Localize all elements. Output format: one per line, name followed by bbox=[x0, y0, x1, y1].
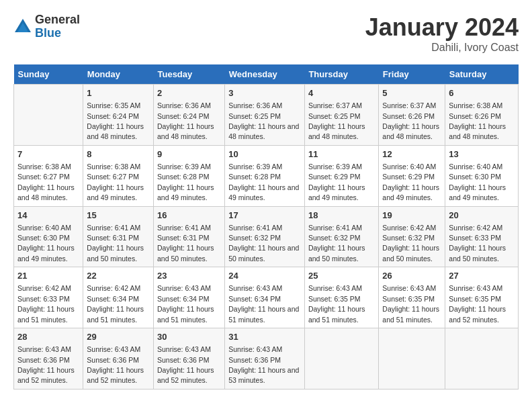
daylight-text: Daylight: 11 hours and 48 minutes. bbox=[382, 122, 439, 140]
logo-icon bbox=[13, 17, 32, 36]
week-row-1: 1Sunrise: 6:35 AMSunset: 6:24 PMDaylight… bbox=[14, 85, 519, 146]
sunrise-text: Sunrise: 6:37 AM bbox=[382, 101, 436, 109]
day-cell: 4Sunrise: 6:37 AMSunset: 6:25 PMDaylight… bbox=[304, 85, 378, 146]
day-cell: 24Sunrise: 6:43 AMSunset: 6:34 PMDayligh… bbox=[225, 267, 305, 328]
header-day-sunday: Sunday bbox=[14, 64, 83, 85]
day-cell: 19Sunrise: 6:42 AMSunset: 6:32 PMDayligh… bbox=[379, 206, 445, 267]
day-number: 6 bbox=[449, 87, 515, 99]
day-cell: 21Sunrise: 6:42 AMSunset: 6:33 PMDayligh… bbox=[14, 267, 83, 328]
day-number: 28 bbox=[17, 331, 79, 343]
daylight-text: Daylight: 11 hours and 49 minutes. bbox=[228, 183, 299, 201]
calendar-header: SundayMondayTuesdayWednesdayThursdayFrid… bbox=[14, 64, 519, 85]
sunset-text: Sunset: 6:32 PM bbox=[308, 234, 361, 242]
sunset-text: Sunset: 6:32 PM bbox=[382, 234, 435, 242]
sunset-text: Sunset: 6:26 PM bbox=[449, 112, 501, 120]
daylight-text: Daylight: 11 hours and 48 minutes. bbox=[87, 122, 144, 140]
title-block: January 2024 Dahili, Ivory Coast bbox=[365, 13, 519, 54]
sunset-text: Sunset: 6:30 PM bbox=[449, 173, 501, 181]
day-cell: 16Sunrise: 6:41 AMSunset: 6:31 PMDayligh… bbox=[153, 206, 224, 267]
week-row-2: 7Sunrise: 6:38 AMSunset: 6:27 PMDaylight… bbox=[14, 145, 519, 206]
daylight-text: Daylight: 11 hours and 48 minutes. bbox=[228, 122, 299, 140]
daylight-text: Daylight: 11 hours and 49 minutes. bbox=[449, 183, 506, 201]
day-number: 30 bbox=[157, 331, 221, 343]
sunrise-text: Sunrise: 6:43 AM bbox=[382, 284, 436, 292]
day-cell: 25Sunrise: 6:43 AMSunset: 6:35 PMDayligh… bbox=[304, 267, 378, 328]
day-cell: 22Sunrise: 6:42 AMSunset: 6:34 PMDayligh… bbox=[83, 267, 154, 328]
day-cell: 13Sunrise: 6:40 AMSunset: 6:30 PMDayligh… bbox=[445, 145, 519, 206]
day-number: 16 bbox=[157, 210, 221, 222]
day-cell: 9Sunrise: 6:39 AMSunset: 6:28 PMDaylight… bbox=[153, 145, 224, 206]
day-number: 11 bbox=[308, 148, 375, 161]
day-cell: 18Sunrise: 6:41 AMSunset: 6:32 PMDayligh… bbox=[304, 206, 378, 267]
day-number: 15 bbox=[87, 210, 150, 222]
day-number: 13 bbox=[449, 148, 515, 161]
sunrise-text: Sunrise: 6:41 AM bbox=[228, 224, 282, 232]
sunset-text: Sunset: 6:36 PM bbox=[17, 356, 70, 364]
daylight-text: Daylight: 11 hours and 50 minutes. bbox=[449, 244, 506, 262]
daylight-text: Daylight: 11 hours and 48 minutes. bbox=[17, 183, 75, 201]
day-number: 24 bbox=[228, 270, 301, 282]
header-day-monday: Monday bbox=[83, 64, 154, 85]
day-number: 25 bbox=[308, 270, 375, 282]
day-number: 4 bbox=[308, 87, 375, 99]
sunset-text: Sunset: 6:35 PM bbox=[382, 295, 435, 303]
day-cell: 14Sunrise: 6:40 AMSunset: 6:30 PMDayligh… bbox=[14, 206, 83, 267]
sunrise-text: Sunrise: 6:36 AM bbox=[157, 101, 211, 109]
day-number: 1 bbox=[87, 87, 150, 99]
sunrise-text: Sunrise: 6:35 AM bbox=[87, 101, 140, 109]
week-row-5: 28Sunrise: 6:43 AMSunset: 6:36 PMDayligh… bbox=[14, 328, 519, 390]
sunset-text: Sunset: 6:29 PM bbox=[308, 173, 361, 181]
sunrise-text: Sunrise: 6:38 AM bbox=[87, 163, 140, 171]
daylight-text: Daylight: 11 hours and 50 minutes. bbox=[382, 244, 439, 262]
daylight-text: Daylight: 11 hours and 51 minutes. bbox=[87, 305, 144, 323]
daylight-text: Daylight: 11 hours and 52 minutes. bbox=[157, 366, 214, 384]
sunrise-text: Sunrise: 6:40 AM bbox=[382, 163, 436, 171]
daylight-text: Daylight: 11 hours and 51 minutes. bbox=[382, 305, 439, 323]
sunset-text: Sunset: 6:28 PM bbox=[228, 173, 281, 181]
day-cell bbox=[14, 85, 83, 146]
day-number: 5 bbox=[382, 87, 441, 99]
sunset-text: Sunset: 6:33 PM bbox=[449, 234, 501, 242]
day-cell: 23Sunrise: 6:43 AMSunset: 6:34 PMDayligh… bbox=[153, 267, 224, 328]
day-number: 26 bbox=[382, 270, 441, 282]
calendar-body: 1Sunrise: 6:35 AMSunset: 6:24 PMDaylight… bbox=[14, 85, 519, 390]
day-number: 8 bbox=[87, 148, 150, 161]
daylight-text: Daylight: 11 hours and 49 minutes. bbox=[87, 183, 144, 201]
day-cell: 2Sunrise: 6:36 AMSunset: 6:24 PMDaylight… bbox=[153, 85, 224, 146]
sunset-text: Sunset: 6:34 PM bbox=[157, 295, 210, 303]
day-cell: 29Sunrise: 6:43 AMSunset: 6:36 PMDayligh… bbox=[83, 328, 154, 390]
daylight-text: Daylight: 11 hours and 49 minutes. bbox=[382, 183, 439, 201]
day-cell: 20Sunrise: 6:42 AMSunset: 6:33 PMDayligh… bbox=[445, 206, 519, 267]
day-number: 19 bbox=[382, 210, 441, 222]
sunrise-text: Sunrise: 6:43 AM bbox=[308, 284, 362, 292]
daylight-text: Daylight: 11 hours and 51 minutes. bbox=[308, 305, 365, 323]
header-day-tuesday: Tuesday bbox=[153, 64, 224, 85]
sunrise-text: Sunrise: 6:40 AM bbox=[449, 163, 502, 171]
day-number: 20 bbox=[449, 210, 515, 222]
sunrise-text: Sunrise: 6:41 AM bbox=[87, 224, 140, 232]
sunrise-text: Sunrise: 6:39 AM bbox=[308, 163, 362, 171]
daylight-text: Daylight: 11 hours and 50 minutes. bbox=[308, 244, 365, 262]
sunrise-text: Sunrise: 6:36 AM bbox=[228, 101, 282, 109]
sunset-text: Sunset: 6:33 PM bbox=[17, 295, 70, 303]
location: Dahili, Ivory Coast bbox=[365, 42, 519, 54]
day-number: 2 bbox=[157, 87, 221, 99]
day-number: 14 bbox=[17, 210, 79, 222]
sunset-text: Sunset: 6:24 PM bbox=[87, 112, 139, 120]
day-cell: 27Sunrise: 6:43 AMSunset: 6:35 PMDayligh… bbox=[445, 267, 519, 328]
sunset-text: Sunset: 6:29 PM bbox=[382, 173, 435, 181]
header-day-thursday: Thursday bbox=[304, 64, 378, 85]
sunset-text: Sunset: 6:36 PM bbox=[87, 356, 139, 364]
sunrise-text: Sunrise: 6:39 AM bbox=[157, 163, 211, 171]
sunrise-text: Sunrise: 6:43 AM bbox=[157, 284, 211, 292]
day-number: 23 bbox=[157, 270, 221, 282]
daylight-text: Daylight: 11 hours and 50 minutes. bbox=[228, 244, 299, 262]
sunset-text: Sunset: 6:24 PM bbox=[157, 112, 210, 120]
logo: General Blue bbox=[13, 13, 80, 40]
day-number: 9 bbox=[157, 148, 221, 161]
sunset-text: Sunset: 6:31 PM bbox=[87, 234, 139, 242]
sunrise-text: Sunrise: 6:40 AM bbox=[17, 224, 71, 232]
logo-blue-text: Blue bbox=[35, 27, 80, 40]
sunset-text: Sunset: 6:36 PM bbox=[157, 356, 210, 364]
day-number: 3 bbox=[228, 87, 301, 99]
